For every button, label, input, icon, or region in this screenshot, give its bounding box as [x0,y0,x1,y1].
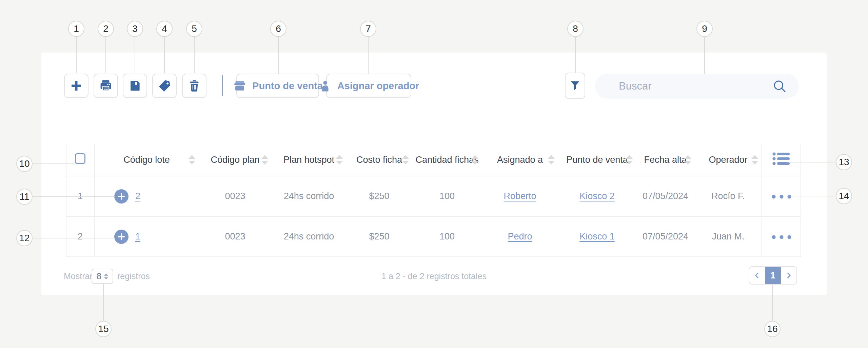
tag-icon [157,79,172,93]
filter-icon [569,79,581,92]
header-row: Código lote Código plan Plan hotspot Cos… [66,144,801,176]
asignar-operador-button[interactable]: Asignar operador [326,74,411,98]
list-icon [772,151,791,166]
lotes-table: Código lote Código plan Plan hotspot Cos… [66,144,801,257]
callout-4: 4 [156,21,173,37]
callout-line [704,37,705,74]
callout-line [103,284,104,321]
callout-line [787,196,836,196]
previous-page-button[interactable] [749,267,765,284]
callout-label: 9 [702,23,707,34]
callout-line [278,37,279,74]
storefront-icon [233,79,247,93]
current-page-button[interactable]: 1 [765,267,781,284]
sort-icon[interactable] [548,155,555,165]
callout-3: 3 [127,21,143,37]
callout-line [194,37,195,73]
expand-row-button[interactable] [114,189,129,204]
save-button[interactable] [123,74,147,98]
operador-cell: Juan M. [695,216,762,257]
page-size-stepper[interactable]: 8 [92,269,113,284]
costo-ficha-cell: $250 [346,176,412,216]
sort-icon[interactable] [261,155,268,165]
callout-label: 16 [767,324,777,334]
column-header-cantidad-fichas: Cantidad fichas [412,144,482,176]
table-row: 1 2 0023 24hs corrido $250 100 Roberto K… [66,176,801,216]
ellipsis-icon [771,194,792,199]
page-size-value: 8 [97,271,101,282]
callout-line [33,196,115,197]
chevron-right-icon [784,271,793,280]
callout-13: 13 [836,154,852,170]
search-input[interactable] [619,80,772,92]
column-header-fecha-alta: Fecha alta [636,144,695,176]
callout-label: 2 [103,23,108,34]
codigo-plan-cell: 0023 [199,216,272,257]
pagination: 1 [749,266,797,285]
column-header-asignado-a: Asignado a [482,144,558,176]
callout-label: 8 [573,23,578,34]
callout-label: 15 [98,324,108,334]
search-icon[interactable] [772,78,787,94]
asignar-operador-label: Asignar operador [337,80,419,92]
callout-7: 7 [360,21,376,37]
callout-label: 3 [132,23,138,34]
sort-icon[interactable] [685,155,691,165]
callout-line [33,238,115,238]
callout-12: 12 [16,230,33,246]
callout-line [164,37,165,73]
callout-label: 6 [276,23,281,34]
row-actions-button[interactable] [762,216,801,257]
sort-icon[interactable] [402,155,409,165]
column-header-punto-de-venta: Punto de venta [558,144,636,176]
punto-de-venta-link[interactable]: Kiosco 1 [579,231,615,241]
callout-label: 12 [19,233,29,244]
callout-label: 1 [74,23,79,34]
tag-button[interactable] [152,74,177,98]
codigo-plan-cell: 0023 [199,176,272,216]
stepper-arrows-icon[interactable] [104,273,108,279]
sort-icon[interactable] [751,155,758,165]
table-row: 2 1 0023 24hs corrido $250 100 Pedro Kio… [66,216,801,257]
codigo-lote-link[interactable]: 1 [135,231,140,242]
callout-label: 4 [162,23,167,34]
records-label: registros [117,271,150,281]
costo-ficha-cell: $250 [346,216,412,257]
callout-14: 14 [836,188,852,204]
print-button[interactable] [94,74,118,98]
show-label: Mostrar [64,271,93,281]
fecha-alta-cell: 07/05/2024 [636,176,695,216]
callout-6: 6 [270,21,287,37]
expand-row-button[interactable] [114,230,129,244]
punto-de-venta-button[interactable]: Punto de venta [236,74,319,98]
callout-16: 16 [764,321,781,337]
column-header-codigo-lote: Código lote [94,144,199,176]
asignado-a-link[interactable]: Roberto [504,191,536,201]
sort-icon[interactable] [472,155,478,165]
callout-9: 9 [696,21,713,37]
fecha-alta-cell: 07/05/2024 [636,216,695,257]
column-settings-button[interactable] [762,144,801,176]
callout-8: 8 [567,21,584,37]
punto-de-venta-label: Punto de venta [252,80,323,92]
codigo-lote-link[interactable]: 2 [135,191,140,201]
next-page-button[interactable] [781,267,796,284]
callout-line [368,37,369,74]
panel-card: Punto de venta Asignar operador [41,53,827,295]
punto-de-venta-link[interactable]: Kiosco 2 [579,191,615,201]
column-header-costo-ficha: Costo ficha [346,144,412,176]
sort-icon[interactable] [189,155,195,165]
filter-button[interactable] [565,73,585,99]
add-button[interactable] [64,74,88,98]
asignado-a-link[interactable]: Pedro [508,231,532,241]
sort-icon[interactable] [336,155,343,165]
callout-label: 5 [192,23,197,34]
sort-icon[interactable] [626,155,633,165]
callout-label: 10 [19,158,29,169]
select-all-checkbox[interactable] [75,153,85,164]
callout-line [772,285,773,321]
operador-cell: Rocío F. [695,176,762,216]
add-icon [69,78,84,93]
delete-button[interactable] [182,74,206,98]
save-icon [128,79,142,93]
